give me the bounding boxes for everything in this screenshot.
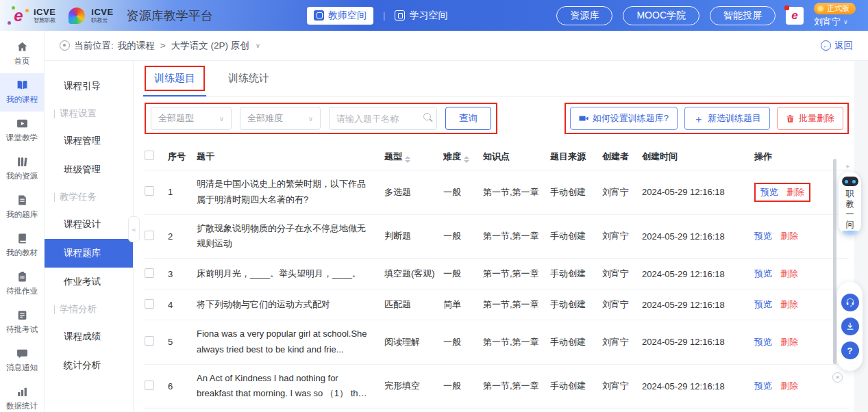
top-header: e iCVE 智慧职教 iCVE 职教云 资源库教学平台 教师空间 | 学习空间… bbox=[0, 0, 868, 31]
menu-item-homework-exam[interactable]: 作业考试 bbox=[45, 268, 133, 296]
version-badge-label: 正式版 bbox=[827, 3, 850, 14]
delete-link[interactable]: 删除 bbox=[780, 299, 798, 309]
wave-decoration bbox=[842, 231, 858, 235]
download-button[interactable] bbox=[841, 318, 859, 335]
user-menu[interactable]: 正式版 刘宵宁 ∨ bbox=[814, 3, 858, 28]
breadcrumb-caret-icon[interactable]: ∨ bbox=[256, 42, 260, 49]
difficulty-select[interactable]: 全部难度 ∨ bbox=[240, 107, 321, 130]
table-body: 1明清是中国小说史上的繁荣时期，以下作品属于明清时期四大名著的有?多选题一般第一… bbox=[145, 170, 849, 412]
sort-icon[interactable] bbox=[464, 156, 469, 163]
student-space-tab[interactable]: 学习空间 bbox=[395, 10, 447, 22]
rail-item-home[interactable]: 首页 bbox=[0, 35, 44, 73]
rail-item-my-courses[interactable]: 我的课程 bbox=[0, 73, 44, 112]
row-checkbox[interactable] bbox=[145, 336, 154, 346]
preview-link[interactable]: 预览 bbox=[760, 187, 778, 197]
question-stem: 将下列动物与它们的运动方式配对 bbox=[197, 297, 369, 313]
rail-item-data-statistics[interactable]: 数据统计 bbox=[0, 380, 44, 412]
menu-item-course-grades[interactable]: 课程成绩 bbox=[45, 322, 133, 351]
column-header-difficulty[interactable]: 难度 bbox=[443, 151, 483, 163]
preview-link[interactable]: 预览 bbox=[754, 299, 772, 309]
table-row: 2扩散现象说明物质的分子在永不停息地做无规则运动判断题一般第一节,第一章手动创建… bbox=[145, 215, 849, 259]
version-badge: 正式版 bbox=[814, 3, 856, 14]
delete-link[interactable]: 删除 bbox=[780, 337, 798, 347]
rail-item-pending-homework[interactable]: 待批作业 bbox=[0, 265, 44, 303]
menu-group-teaching-tasks: 教学任务 bbox=[45, 184, 133, 210]
scrollbar-thumb[interactable] bbox=[833, 159, 836, 364]
menu-item-class-management[interactable]: 班级管理 bbox=[45, 155, 133, 184]
rail-item-classroom-teaching[interactable]: 课堂教学 bbox=[0, 112, 44, 150]
table-row: 6An Act of Kindness I had nothing for br… bbox=[145, 365, 849, 409]
menu-item-statistical-analysis[interactable]: 统计分析 bbox=[45, 351, 133, 380]
download-icon bbox=[845, 322, 855, 331]
row-checkbox[interactable] bbox=[145, 299, 154, 309]
main-content: 训练题目 训练统计 全部题型 ∨ 全部难度 ∨ 查询 bbox=[134, 61, 868, 412]
bar-chart-icon bbox=[16, 386, 28, 398]
batch-delete-button[interactable]: 批量删除 bbox=[777, 107, 843, 130]
tab-training-statistics[interactable]: 训练统计 bbox=[228, 61, 269, 96]
close-floating-button[interactable]: ✕ bbox=[832, 372, 843, 383]
add-training-questions-button[interactable]: ＋ 新选训练题目 bbox=[684, 107, 770, 130]
teacher-space-tab[interactable]: 教师空间 bbox=[307, 7, 373, 25]
question-type-select[interactable]: 全部题型 ∨ bbox=[151, 107, 232, 130]
preview-link[interactable]: 预览 bbox=[754, 231, 772, 241]
row-checkbox[interactable] bbox=[145, 231, 154, 240]
rail-item-my-textbooks[interactable]: 我的教材 bbox=[0, 227, 44, 265]
breadcrumb-root[interactable]: 我的课程 bbox=[118, 40, 155, 52]
delete-link[interactable]: 删除 bbox=[780, 231, 798, 241]
operations-cell: 预览删除 bbox=[754, 183, 835, 202]
rail-item-messages[interactable]: 消息通知 bbox=[0, 342, 44, 380]
sort-icon[interactable] bbox=[405, 156, 410, 163]
rail-label: 我的资源 bbox=[6, 171, 38, 181]
annotation-box-filters: 全部题型 ∨ 全部难度 ∨ 查询 bbox=[145, 103, 497, 134]
question-source: 手动创建 bbox=[550, 298, 602, 311]
menu-item-course-design[interactable]: 课程设计 bbox=[45, 210, 133, 239]
creator: 刘宵宁 bbox=[602, 380, 642, 392]
ai-assistant-label: 职教一问 bbox=[845, 189, 855, 230]
breadcrumb-current[interactable]: 大学语文 (2P) 原创 bbox=[171, 40, 249, 52]
delete-link[interactable]: 删除 bbox=[780, 381, 798, 391]
menu-item-course-question-bank[interactable]: 课程题库 bbox=[45, 239, 133, 268]
sidebar-collapse-handle[interactable]: « bbox=[128, 216, 140, 242]
mooc-college-button[interactable]: MOOC学院 bbox=[623, 6, 699, 25]
question-stem-cell: 扩散现象说明物质的分子在永不停息地做无规则运动 bbox=[197, 221, 369, 253]
platform-title: 资源库教学平台 bbox=[127, 8, 213, 24]
add-training-questions-label: 新选训练题目 bbox=[708, 112, 761, 125]
help-button[interactable]: ? bbox=[841, 342, 859, 359]
customer-service-button[interactable] bbox=[841, 294, 859, 311]
student-space-icon bbox=[395, 10, 405, 21]
delete-link[interactable]: 删除 bbox=[780, 268, 798, 279]
row-checkbox[interactable] bbox=[145, 268, 154, 278]
preview-link[interactable]: 预览 bbox=[754, 381, 772, 391]
knowledge-point: 第一节,第一章 bbox=[483, 186, 550, 198]
stem-search-input[interactable] bbox=[329, 107, 437, 130]
row-checkbox[interactable] bbox=[145, 186, 154, 196]
query-button[interactable]: 查询 bbox=[445, 107, 491, 130]
row-checkbox[interactable] bbox=[145, 381, 154, 390]
created-time: 2024-05-29 12:16:18 bbox=[642, 300, 754, 310]
menu-item-course-guide[interactable]: 课程引导 bbox=[45, 72, 133, 101]
operations-cell: 预览删除 bbox=[754, 265, 835, 283]
notification-app-icon[interactable]: e bbox=[786, 7, 804, 25]
rail-item-my-question-bank[interactable]: 我的题库 bbox=[0, 188, 44, 227]
preview-link[interactable]: 预览 bbox=[754, 268, 772, 279]
tab-training-questions[interactable]: 训练题目 bbox=[145, 61, 205, 96]
resource-library-button[interactable]: 资源库 bbox=[556, 6, 612, 25]
select-all-checkbox[interactable] bbox=[145, 151, 154, 160]
question-stem-cell: 将下列动物与它们的运动方式配对 bbox=[197, 297, 369, 313]
back-button[interactable]: ← 返回 bbox=[821, 40, 853, 52]
floating-toolbar: ? bbox=[837, 282, 863, 371]
rail-item-pending-exams[interactable]: 待批考试 bbox=[0, 303, 44, 342]
preview-link[interactable]: 预览 bbox=[754, 337, 772, 347]
header-right: 资源库 MOOC学院 智能投屏 e 正式版 刘宵宁 ∨ bbox=[556, 3, 858, 28]
menu-item-course-management[interactable]: 课程管理 bbox=[45, 127, 133, 155]
question-difficulty: 简单 bbox=[443, 298, 483, 311]
rail-item-my-resources[interactable]: 我的资源 bbox=[0, 150, 44, 188]
setup-guide-button[interactable]: 如何设置训练题库? bbox=[570, 107, 678, 130]
delete-link[interactable]: 删除 bbox=[786, 187, 804, 197]
column-header-type[interactable]: 题型 bbox=[384, 151, 443, 163]
smart-cast-button[interactable]: 智能投屏 bbox=[710, 6, 776, 25]
knowledge-point: 第一节,第一章 bbox=[483, 380, 550, 392]
ai-assistant-widget[interactable]: 职教一问 bbox=[839, 172, 861, 235]
chat-bubble-icon bbox=[16, 348, 28, 359]
column-header-stem: 题干 bbox=[197, 151, 369, 163]
